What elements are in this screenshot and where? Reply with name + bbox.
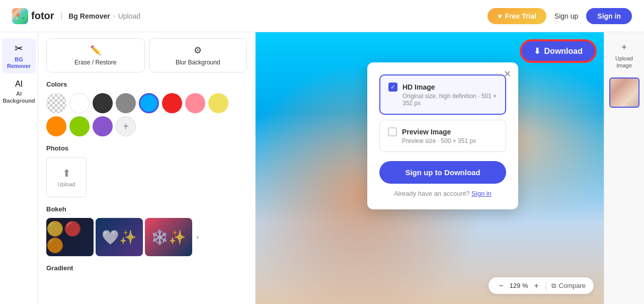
download-popup: ✕ ✓ HD Image Original size, high definit… <box>367 62 518 209</box>
hd-desc: Original size, high definition · 501 × 3… <box>403 93 497 107</box>
color-black[interactable] <box>93 93 113 113</box>
color-add-button[interactable]: + <box>116 116 136 136</box>
preview-checkbox[interactable] <box>388 127 397 136</box>
bokeh-thumb-1[interactable]: 🟡🔴🟠 <box>46 218 94 256</box>
photos-title: Photos <box>46 144 247 152</box>
signin-link[interactable]: Sign in <box>471 190 492 197</box>
free-trial-button[interactable]: ♥ Free Trial <box>488 8 546 24</box>
header-divider: | <box>60 11 63 21</box>
blur-background-button[interactable]: ⚙ Blur Background <box>149 38 248 72</box>
logo[interactable]: fotor <box>12 8 54 24</box>
erase-restore-button[interactable]: ✏️ Erase / Restore <box>46 38 145 72</box>
breadcrumb-tool: Bg Remover <box>68 12 110 20</box>
bokeh-title: Bokeh <box>46 205 247 213</box>
hd-image-option[interactable]: ✓ HD Image Original size, high definitio… <box>379 74 506 115</box>
canvas-header: ⬇ Download <box>256 32 604 62</box>
logo-icon <box>12 8 28 24</box>
breadcrumb-current: Upload <box>118 12 140 20</box>
color-red[interactable] <box>162 93 182 113</box>
preview-option-header: Preview Image <box>388 127 498 136</box>
color-yellow[interactable] <box>208 93 228 113</box>
preview-image-option[interactable]: Preview Image Preview size · 500 × 351 p… <box>379 120 506 152</box>
color-orange[interactable] <box>46 116 66 136</box>
preview-desc: Preview size · 500 × 351 px <box>402 137 498 144</box>
colors-section: Colors + <box>46 81 247 136</box>
color-purple[interactable] <box>93 116 113 136</box>
bokeh-thumb-3[interactable]: ❄️✨ <box>145 218 192 256</box>
already-text: Already have an account? <box>394 190 469 197</box>
left-sidebar: ✂ BGRemover AI AIBackground <box>0 32 38 304</box>
signup-link[interactable]: Sign up <box>554 12 578 20</box>
free-trial-label: Free Trial <box>505 12 536 20</box>
heart-icon: ♥ <box>498 12 502 20</box>
brush-icon: ✏️ <box>90 45 101 56</box>
upload-icon: ⬆ <box>62 167 71 179</box>
compare-divider: | <box>545 280 547 291</box>
bokeh-next-arrow[interactable]: › <box>196 233 199 242</box>
download-icon: ⬇ <box>534 46 540 56</box>
compare-button[interactable]: ⧉ Compare <box>551 282 586 290</box>
upload-label: Upload <box>58 181 75 187</box>
main-layout: ✂ BGRemover AI AIBackground ✏️ Erase / R… <box>0 32 644 304</box>
header-left: fotor | Bg Remover › Upload <box>12 8 140 24</box>
breadcrumb: Bg Remover › Upload <box>68 12 140 20</box>
compare-label: Compare <box>559 282 586 289</box>
ai-icon: AI <box>15 80 23 89</box>
download-label: Download <box>544 47 583 56</box>
bokeh-section: Bokeh 🟡🔴🟠 🤍✨ ❄️✨ › <box>46 205 247 256</box>
upload-image-icon: + <box>621 42 627 53</box>
upload-image-button[interactable]: + UploadImage <box>611 38 637 73</box>
color-transparent[interactable] <box>46 93 66 113</box>
erase-restore-label: Erase / Restore <box>74 59 116 66</box>
tools-panel: ✏️ Erase / Restore ⚙ Blur Background Col… <box>38 32 256 304</box>
svg-point-4 <box>22 17 24 19</box>
signin-button[interactable]: Sign in <box>586 8 632 24</box>
already-have-account: Already have an account? Sign in <box>379 190 506 197</box>
color-pink[interactable] <box>185 93 205 113</box>
preview-title: Preview Image <box>402 128 451 136</box>
bottom-controls: − 129 % + | ⧉ Compare <box>489 277 594 294</box>
blur-icon: ⚙ <box>194 45 202 56</box>
upload-photo-button[interactable]: ⬆ Upload <box>46 157 87 197</box>
color-blue[interactable] <box>139 93 159 113</box>
colors-title: Colors <box>46 81 247 88</box>
header: fotor | Bg Remover › Upload ♥ Free Trial… <box>0 0 644 32</box>
hd-checkbox[interactable]: ✓ <box>388 83 397 92</box>
gradient-title: Gradient <box>46 264 247 272</box>
zoom-level: 129 % <box>506 282 532 289</box>
bokeh-row: 🟡🔴🟠 🤍✨ ❄️✨ › <box>46 218 247 256</box>
gradient-section: Gradient <box>46 264 247 272</box>
sidebar-item-bg-label: BGRemover <box>7 56 31 69</box>
plus-icon: + <box>123 121 129 132</box>
sidebar-item-ai-background[interactable]: AI AIBackground <box>2 75 36 108</box>
svg-point-1 <box>21 13 24 15</box>
right-panel: + UploadImage <box>604 32 644 304</box>
svg-point-0 <box>17 14 20 17</box>
hd-title: HD Image <box>403 83 435 91</box>
zoom-in-button[interactable]: + <box>532 281 541 290</box>
color-green[interactable] <box>69 116 90 136</box>
signup-to-download-button[interactable]: Sign up to Download <box>379 161 506 184</box>
bokeh-thumb-2[interactable]: 🤍✨ <box>96 218 143 256</box>
logo-text: fotor <box>31 10 54 22</box>
photos-section: Photos ⬆ Upload <box>46 144 247 197</box>
image-thumbnail[interactable] <box>609 78 639 108</box>
color-white[interactable] <box>69 93 90 113</box>
breadcrumb-sep: › <box>113 13 115 20</box>
color-gray[interactable] <box>116 93 136 113</box>
sidebar-item-bg-remover[interactable]: ✂ BGRemover <box>2 38 36 73</box>
sidebar-item-ai-label: AIBackground <box>3 91 35 104</box>
scissors-icon: ✂ <box>15 42 23 54</box>
blur-background-label: Blur Background <box>176 59 220 66</box>
canvas-area: ⬇ Download ✕ ✓ HD Image Original size, h… <box>256 32 604 304</box>
svg-point-3 <box>16 18 18 20</box>
compare-icon: ⧉ <box>551 282 556 290</box>
tool-buttons: ✏️ Erase / Restore ⚙ Blur Background <box>46 38 247 72</box>
colors-grid: + <box>46 93 247 136</box>
zoom-out-button[interactable]: − <box>497 281 505 290</box>
upload-image-label: UploadImage <box>615 55 633 69</box>
download-button[interactable]: ⬇ Download <box>521 40 596 62</box>
hd-option-header: ✓ HD Image <box>388 83 497 92</box>
svg-point-2 <box>19 17 22 20</box>
header-right: ♥ Free Trial Sign up Sign in <box>488 8 632 24</box>
